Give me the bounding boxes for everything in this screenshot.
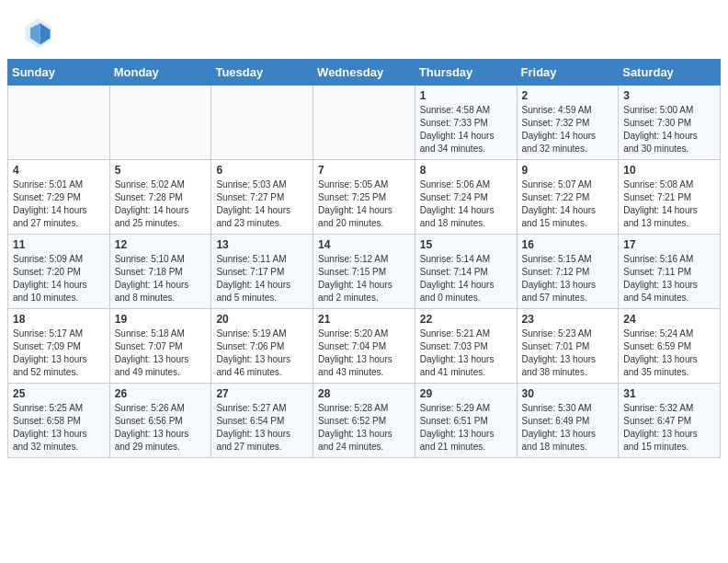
day-number: 8 [420, 164, 512, 177]
calendar-cell: 22Sunrise: 5:21 AM Sunset: 7:03 PM Dayli… [415, 309, 517, 384]
calendar-cell [313, 86, 415, 160]
calendar-cell: 2Sunrise: 4:59 AM Sunset: 7:32 PM Daylig… [517, 86, 619, 160]
calendar-week-row: 18Sunrise: 5:17 AM Sunset: 7:09 PM Dayli… [8, 309, 721, 384]
day-info: Sunrise: 5:02 AM Sunset: 7:28 PM Dayligh… [115, 178, 207, 230]
logo-icon [22, 17, 55, 50]
day-number: 9 [522, 164, 614, 177]
calendar-week-row: 25Sunrise: 5:25 AM Sunset: 6:58 PM Dayli… [8, 384, 721, 458]
day-info: Sunrise: 5:16 AM Sunset: 7:11 PM Dayligh… [623, 253, 715, 304]
calendar-cell: 26Sunrise: 5:26 AM Sunset: 6:56 PM Dayli… [109, 384, 211, 458]
calendar-cell: 19Sunrise: 5:18 AM Sunset: 7:07 PM Dayli… [109, 309, 211, 384]
calendar-header: SundayMondayTuesdayWednesdayThursdayFrid… [8, 60, 721, 86]
day-info: Sunrise: 5:12 AM Sunset: 7:15 PM Dayligh… [318, 253, 410, 304]
calendar-cell [109, 86, 211, 160]
day-info: Sunrise: 5:25 AM Sunset: 6:58 PM Dayligh… [13, 402, 105, 454]
day-number: 14 [318, 238, 410, 251]
weekday-header: Monday [109, 60, 211, 86]
day-number: 1 [420, 89, 512, 102]
day-number: 22 [420, 313, 512, 326]
day-info: Sunrise: 5:05 AM Sunset: 7:25 PM Dayligh… [318, 178, 410, 230]
calendar-cell: 5Sunrise: 5:02 AM Sunset: 7:28 PM Daylig… [109, 160, 211, 235]
day-info: Sunrise: 5:28 AM Sunset: 6:52 PM Dayligh… [318, 402, 410, 454]
day-number: 27 [216, 387, 308, 400]
day-number: 17 [623, 238, 715, 251]
day-number: 21 [318, 313, 410, 326]
calendar-cell: 12Sunrise: 5:10 AM Sunset: 7:18 PM Dayli… [109, 235, 211, 309]
day-info: Sunrise: 5:30 AM Sunset: 6:49 PM Dayligh… [522, 402, 614, 454]
day-number: 26 [115, 387, 207, 400]
day-info: Sunrise: 5:10 AM Sunset: 7:18 PM Dayligh… [115, 253, 207, 304]
day-number: 6 [216, 164, 308, 177]
calendar-cell: 10Sunrise: 5:08 AM Sunset: 7:21 PM Dayli… [619, 160, 721, 235]
day-info: Sunrise: 5:01 AM Sunset: 7:29 PM Dayligh… [13, 178, 105, 230]
day-number: 23 [522, 313, 614, 326]
day-number: 24 [623, 313, 715, 326]
calendar-cell: 28Sunrise: 5:28 AM Sunset: 6:52 PM Dayli… [313, 384, 415, 458]
day-info: Sunrise: 5:20 AM Sunset: 7:04 PM Dayligh… [318, 327, 410, 379]
weekday-row: SundayMondayTuesdayWednesdayThursdayFrid… [8, 60, 721, 86]
calendar-cell: 11Sunrise: 5:09 AM Sunset: 7:20 PM Dayli… [8, 235, 110, 309]
day-info: Sunrise: 5:23 AM Sunset: 7:01 PM Dayligh… [522, 327, 614, 379]
day-info: Sunrise: 5:26 AM Sunset: 6:56 PM Dayligh… [115, 402, 207, 454]
day-info: Sunrise: 5:27 AM Sunset: 6:54 PM Dayligh… [216, 402, 308, 454]
day-number: 19 [115, 313, 207, 326]
day-info: Sunrise: 5:21 AM Sunset: 7:03 PM Dayligh… [420, 327, 512, 379]
day-number: 3 [623, 89, 715, 102]
day-info: Sunrise: 5:32 AM Sunset: 6:47 PM Dayligh… [623, 402, 715, 454]
day-number: 18 [13, 313, 105, 326]
weekday-header: Sunday [8, 60, 110, 86]
day-info: Sunrise: 5:08 AM Sunset: 7:21 PM Dayligh… [623, 178, 715, 230]
day-number: 7 [318, 164, 410, 177]
day-info: Sunrise: 5:09 AM Sunset: 7:20 PM Dayligh… [13, 253, 105, 304]
calendar-cell: 4Sunrise: 5:01 AM Sunset: 7:29 PM Daylig… [8, 160, 110, 235]
day-info: Sunrise: 5:14 AM Sunset: 7:14 PM Dayligh… [420, 253, 512, 304]
day-number: 11 [13, 238, 105, 251]
calendar-cell: 31Sunrise: 5:32 AM Sunset: 6:47 PM Dayli… [619, 384, 721, 458]
calendar-cell: 30Sunrise: 5:30 AM Sunset: 6:49 PM Dayli… [517, 384, 619, 458]
calendar-cell: 16Sunrise: 5:15 AM Sunset: 7:12 PM Dayli… [517, 235, 619, 309]
weekday-header: Saturday [619, 60, 721, 86]
calendar-cell: 9Sunrise: 5:07 AM Sunset: 7:22 PM Daylig… [517, 160, 619, 235]
calendar-cell: 1Sunrise: 4:58 AM Sunset: 7:33 PM Daylig… [415, 86, 517, 160]
calendar-cell: 8Sunrise: 5:06 AM Sunset: 7:24 PM Daylig… [415, 160, 517, 235]
day-number: 29 [420, 387, 512, 400]
calendar-cell: 25Sunrise: 5:25 AM Sunset: 6:58 PM Dayli… [8, 384, 110, 458]
day-number: 28 [318, 387, 410, 400]
calendar-cell: 14Sunrise: 5:12 AM Sunset: 7:15 PM Dayli… [313, 235, 415, 309]
day-number: 4 [13, 164, 105, 177]
calendar-cell: 24Sunrise: 5:24 AM Sunset: 6:59 PM Dayli… [619, 309, 721, 384]
calendar-week-row: 1Sunrise: 4:58 AM Sunset: 7:33 PM Daylig… [8, 86, 721, 160]
day-info: Sunrise: 5:00 AM Sunset: 7:30 PM Dayligh… [623, 104, 715, 155]
day-number: 16 [522, 238, 614, 251]
calendar-cell: 7Sunrise: 5:05 AM Sunset: 7:25 PM Daylig… [313, 160, 415, 235]
weekday-header: Thursday [415, 60, 517, 86]
day-info: Sunrise: 5:29 AM Sunset: 6:51 PM Dayligh… [420, 402, 512, 454]
calendar-cell: 18Sunrise: 5:17 AM Sunset: 7:09 PM Dayli… [8, 309, 110, 384]
day-info: Sunrise: 5:11 AM Sunset: 7:17 PM Dayligh… [216, 253, 308, 304]
logo [22, 17, 59, 50]
day-number: 2 [522, 89, 614, 102]
day-number: 10 [623, 164, 715, 177]
day-info: Sunrise: 5:17 AM Sunset: 7:09 PM Dayligh… [13, 327, 105, 379]
day-number: 31 [623, 387, 715, 400]
day-number: 5 [115, 164, 207, 177]
weekday-header: Wednesday [313, 60, 415, 86]
calendar-cell: 27Sunrise: 5:27 AM Sunset: 6:54 PM Dayli… [211, 384, 313, 458]
day-info: Sunrise: 5:06 AM Sunset: 7:24 PM Dayligh… [420, 178, 512, 230]
day-number: 13 [216, 238, 308, 251]
calendar-cell: 3Sunrise: 5:00 AM Sunset: 7:30 PM Daylig… [619, 86, 721, 160]
day-info: Sunrise: 4:58 AM Sunset: 7:33 PM Dayligh… [420, 104, 512, 155]
calendar-cell: 20Sunrise: 5:19 AM Sunset: 7:06 PM Dayli… [211, 309, 313, 384]
calendar-cell: 17Sunrise: 5:16 AM Sunset: 7:11 PM Dayli… [619, 235, 721, 309]
day-number: 12 [115, 238, 207, 251]
day-number: 15 [420, 238, 512, 251]
day-number: 30 [522, 387, 614, 400]
calendar-body: 1Sunrise: 4:58 AM Sunset: 7:33 PM Daylig… [8, 86, 721, 458]
weekday-header: Tuesday [211, 60, 313, 86]
calendar-cell: 15Sunrise: 5:14 AM Sunset: 7:14 PM Dayli… [415, 235, 517, 309]
calendar-cell: 6Sunrise: 5:03 AM Sunset: 7:27 PM Daylig… [211, 160, 313, 235]
calendar-cell [211, 86, 313, 160]
day-number: 25 [13, 387, 105, 400]
calendar-cell: 29Sunrise: 5:29 AM Sunset: 6:51 PM Dayli… [415, 384, 517, 458]
calendar-cell: 21Sunrise: 5:20 AM Sunset: 7:04 PM Dayli… [313, 309, 415, 384]
